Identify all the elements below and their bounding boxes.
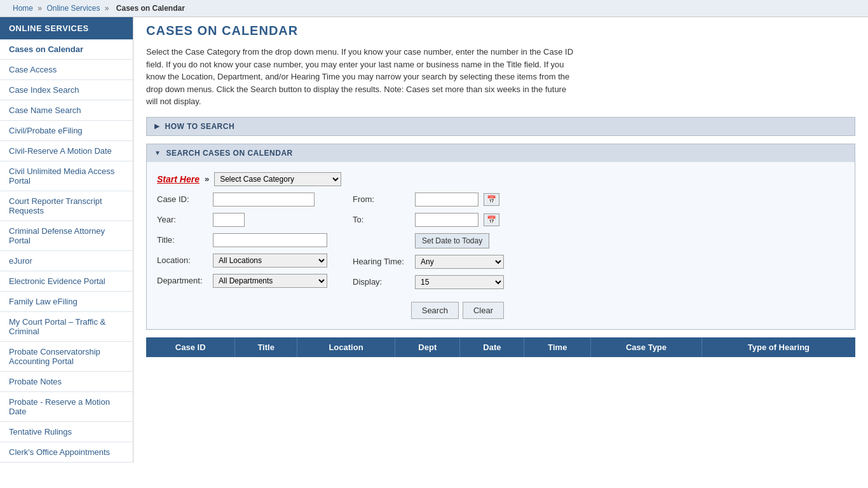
case-id-row: Case ID: (157, 193, 327, 207)
col-location: Location (297, 337, 395, 357)
from-date-input[interactable]: Aug-19-2022 (415, 193, 478, 207)
from-date-row: From: Aug-19-2022 📅 (353, 193, 504, 207)
page-description: Select the Case Category from the drop d… (146, 46, 578, 108)
title-row: Title: (157, 233, 327, 247)
sidebar: ONLINE SERVICES Cases on Calendar Case A… (0, 17, 133, 463)
sidebar-item-cases-on-calendar[interactable]: Cases on Calendar (0, 39, 133, 60)
sidebar-header: ONLINE SERVICES (0, 17, 133, 39)
form-left-column: Case ID: Year: Title: Location: (157, 193, 327, 319)
search-cases-label: SEARCH CASES ON CALENDAR (166, 149, 292, 158)
department-row: Department: All Departments (157, 274, 327, 288)
table-header-row: Case ID Title Location Dept Date Time Ca… (146, 337, 855, 357)
sidebar-item-probate-notes[interactable]: Probate Notes (0, 372, 133, 392)
clear-button[interactable]: Clear (463, 302, 504, 319)
how-to-search-label: HOW TO SEARCH (165, 122, 235, 131)
form-columns: Case ID: Year: Title: Location: (157, 193, 844, 319)
search-form-body: Start Here » Select Case Category Case I… (147, 162, 855, 329)
display-label: Display: (353, 277, 410, 287)
sidebar-item-case-name-search[interactable]: Case Name Search (0, 100, 133, 121)
sidebar-item-electronic-evidence[interactable]: Electronic Evidence Portal (0, 271, 133, 292)
how-to-search-header[interactable]: ▶ HOW TO SEARCH (147, 118, 855, 135)
year-input[interactable] (213, 213, 245, 227)
department-select[interactable]: All Departments (213, 274, 327, 288)
from-label: From: (353, 194, 410, 204)
title-label: Title: (157, 235, 208, 245)
sidebar-item-my-court-portal[interactable]: My Court Portal – Traffic & Criminal (0, 312, 133, 342)
sidebar-item-probate-conservatorship[interactable]: Probate Conservatorship Accounting Porta… (0, 342, 133, 372)
case-id-input[interactable] (213, 193, 315, 207)
sidebar-item-family-law[interactable]: Family Law eFiling (0, 292, 133, 312)
location-row: Location: All Locations (157, 254, 327, 268)
to-date-input[interactable]: Sep-30-2022 (415, 213, 478, 227)
hearing-time-row: Hearing Time: Any (353, 255, 504, 269)
to-calendar-button[interactable]: 📅 (484, 214, 499, 226)
sidebar-item-civil-unlimited-media[interactable]: Civil Unlimited Media Access Portal (0, 161, 133, 191)
col-title: Title (235, 337, 297, 357)
year-row: Year: (157, 213, 327, 227)
col-type-of-hearing: Type of Hearing (702, 337, 855, 357)
col-dept: Dept (395, 337, 460, 357)
col-case-id: Case ID (146, 337, 235, 357)
col-time: Time (524, 337, 591, 357)
sidebar-item-civil-probate-efiling[interactable]: Civil/Probate eFiling (0, 121, 133, 141)
results-table: Case ID Title Location Dept Date Time Ca… (146, 337, 855, 357)
search-button[interactable]: Search (411, 302, 459, 319)
to-label: To: (353, 215, 410, 224)
sidebar-item-civil-reserve-motion[interactable]: Civil-Reserve A Motion Date (0, 141, 133, 161)
hearing-time-label: Hearing Time: (353, 257, 410, 266)
breadcrumb-current: Cases on Calendar (116, 4, 185, 13)
department-label: Department: (157, 276, 208, 285)
how-to-search-arrow: ▶ (154, 123, 160, 130)
sidebar-item-ejuror[interactable]: eJuror (0, 251, 133, 271)
sidebar-item-clerks-office[interactable]: Clerk's Office Appointments (0, 442, 133, 463)
breadcrumb: Home » Online Services » Cases on Calend… (0, 0, 868, 17)
to-date-row: To: Sep-30-2022 📅 (353, 213, 504, 227)
action-buttons-row: Search Clear (353, 302, 504, 319)
title-input[interactable] (213, 233, 327, 247)
search-cases-arrow: ▼ (154, 149, 161, 156)
breadcrumb-home[interactable]: Home (13, 4, 33, 13)
set-date-row: Set Date to Today (353, 233, 504, 248)
search-cases-panel: ▼ SEARCH CASES ON CALENDAR Start Here » … (146, 144, 855, 330)
hearing-time-select[interactable]: Any (415, 255, 504, 269)
sidebar-item-tentative-rulings[interactable]: Tentative Rulings (0, 422, 133, 442)
breadcrumb-sep2: » (105, 4, 109, 13)
page-title: CASES ON CALENDAR (146, 24, 855, 38)
year-label: Year: (157, 215, 208, 224)
start-here-label: Start Here (157, 174, 200, 184)
start-here-row: Start Here » Select Case Category (157, 172, 844, 186)
col-date: Date (460, 337, 524, 357)
search-cases-header[interactable]: ▼ SEARCH CASES ON CALENDAR (147, 144, 855, 162)
start-here-arrow: » (205, 174, 209, 184)
breadcrumb-sep1: » (37, 4, 42, 13)
display-select[interactable]: 15 (415, 275, 504, 289)
display-row: Display: 15 (353, 275, 504, 289)
from-calendar-button[interactable]: 📅 (484, 193, 499, 206)
form-right-column: From: Aug-19-2022 📅 To: Sep-30-2022 📅 Se… (353, 193, 504, 319)
table-header: Case ID Title Location Dept Date Time Ca… (146, 337, 855, 357)
how-to-search-panel: ▶ HOW TO SEARCH (146, 117, 855, 136)
breadcrumb-online-services[interactable]: Online Services (46, 4, 100, 13)
main-content: CASES ON CALENDAR Select the Case Catego… (133, 17, 868, 463)
sidebar-item-court-reporter[interactable]: Court Reporter Transcript Requests (0, 191, 133, 221)
sidebar-item-probate-reserve-motion[interactable]: Probate - Reserve a Motion Date (0, 392, 133, 422)
sidebar-item-criminal-defense[interactable]: Criminal Defense Attorney Portal (0, 221, 133, 251)
col-case-type: Case Type (591, 337, 702, 357)
location-select[interactable]: All Locations (213, 254, 327, 268)
case-category-select[interactable]: Select Case Category (214, 172, 341, 186)
location-label: Location: (157, 255, 208, 265)
case-id-label: Case ID: (157, 194, 208, 204)
set-date-today-button[interactable]: Set Date to Today (415, 233, 489, 248)
sidebar-item-case-index-search[interactable]: Case Index Search (0, 80, 133, 100)
sidebar-item-case-access[interactable]: Case Access (0, 60, 133, 80)
